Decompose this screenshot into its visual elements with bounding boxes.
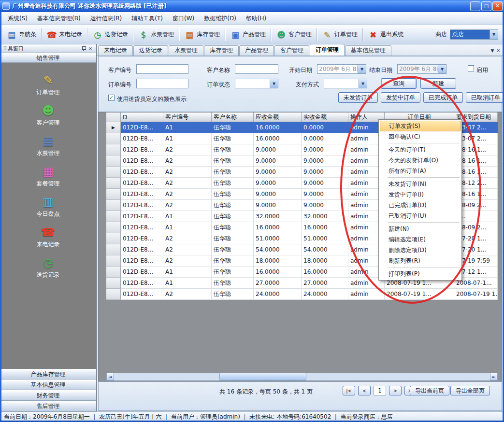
- toolbar-button-5[interactable]: ▦库存管理: [181, 28, 223, 42]
- toolbar-button-4[interactable]: $水票管理: [135, 28, 177, 42]
- next-page-button[interactable]: >: [389, 386, 402, 395]
- menu-item-2[interactable]: 基本信息管理(B): [32, 12, 86, 25]
- context-menu-item[interactable]: 今天的发货订单(O): [380, 155, 461, 166]
- toolbar-button-9[interactable]: ✖退出系统: [364, 28, 407, 42]
- deliverer-color-checkbox[interactable]: ✓: [108, 95, 115, 101]
- page-number-input[interactable]: [374, 386, 386, 395]
- tab-5[interactable]: 产品管理: [239, 45, 274, 56]
- row-selector[interactable]: [106, 144, 121, 155]
- column-header[interactable]: D: [121, 113, 163, 122]
- context-menu-item[interactable]: 所有的订单(A): [380, 166, 461, 176]
- tab-7[interactable]: 订单管理: [310, 44, 345, 56]
- row-selector[interactable]: [106, 167, 121, 178]
- sidebar-item-4[interactable]: ▦套餐管理: [0, 161, 96, 191]
- sidebar-group-3[interactable]: 财务管理: [0, 390, 96, 401]
- sidebar-group-sales[interactable]: 销售管理: [0, 53, 96, 63]
- context-menu-item[interactable]: 今天的订单(T): [380, 144, 461, 155]
- export-all-pages-button[interactable]: 导出全部页: [450, 386, 490, 395]
- toolbar-button-1[interactable]: ▤导航条: [3, 28, 40, 42]
- row-selector[interactable]: [106, 178, 121, 189]
- toolbar-button-6[interactable]: ▣产品管理: [227, 28, 269, 42]
- store-select[interactable]: 总店 ▼: [450, 29, 498, 40]
- row-selector[interactable]: [106, 155, 121, 167]
- menu-item-5[interactable]: 窗口(W): [168, 12, 199, 25]
- row-selector-header[interactable]: [106, 113, 121, 122]
- pin-button[interactable]: [80, 45, 87, 52]
- scrollbar-track[interactable]: [114, 373, 490, 380]
- row-selector[interactable]: [106, 255, 121, 267]
- end-date-picker[interactable]: 2009年 6月 8日 ▼: [397, 64, 446, 74]
- status-filter-button-2[interactable]: 发货中订单: [381, 92, 420, 103]
- context-menu-item[interactable]: 删除选定项(D): [380, 245, 461, 255]
- row-selector[interactable]: ▶: [106, 122, 121, 133]
- sidebar-item-5[interactable]: ▥今日盘点: [0, 191, 96, 222]
- sidebar-item-7[interactable]: ◷送货记录: [0, 252, 96, 282]
- order-status-select[interactable]: ▼: [235, 79, 278, 88]
- dropdown-arrow-icon[interactable]: ▼: [438, 65, 446, 73]
- export-current-page-button[interactable]: 导出当前页: [410, 386, 449, 395]
- sidebar-group-2[interactable]: 基本信息管理: [0, 380, 96, 390]
- minimize-button[interactable]: ─: [470, 1, 480, 11]
- context-menu-item[interactable]: 发货中订单(I): [380, 189, 461, 200]
- new-button[interactable]: 新建: [420, 78, 456, 89]
- column-header[interactable]: 客户名称: [212, 113, 254, 122]
- dropdown-arrow-icon[interactable]: ▼: [490, 30, 498, 39]
- close-button[interactable]: ✕: [492, 1, 503, 11]
- context-menu-item[interactable]: 未发货订单(N): [380, 179, 461, 189]
- row-selector[interactable]: [106, 278, 121, 289]
- row-selector[interactable]: [106, 267, 121, 278]
- tab-8[interactable]: 基本信息管理: [345, 45, 391, 56]
- context-menu-item[interactable]: 刷新列表(R): [380, 255, 461, 266]
- sidebar-item-2[interactable]: ☻客户管理: [0, 100, 96, 130]
- tab-2[interactable]: 送货记录: [133, 45, 168, 56]
- row-selector[interactable]: [106, 189, 121, 200]
- restore-button[interactable]: □: [481, 1, 491, 11]
- toolbar-button-8[interactable]: ✎订单管理: [318, 28, 361, 42]
- table-row[interactable]: 012D-E8...A2伍华聪24.000024.0000admin2008-0…: [106, 289, 498, 300]
- column-header[interactable]: 实收金额: [302, 113, 348, 122]
- row-selector[interactable]: [106, 211, 121, 222]
- scroll-right-icon[interactable]: ►: [490, 373, 498, 380]
- menu-item-1[interactable]: 系统(S): [3, 12, 32, 25]
- tab-6[interactable]: 客户管理: [274, 45, 309, 56]
- row-selector[interactable]: [106, 244, 121, 255]
- menu-item-7[interactable]: 帮助(H): [241, 12, 271, 25]
- tab-menu-icon[interactable]: ▼: [491, 48, 494, 53]
- context-menu-item[interactable]: 编辑选定项(E): [380, 234, 461, 245]
- dropdown-arrow-icon[interactable]: ▼: [358, 65, 366, 73]
- order-no-input[interactable]: [136, 79, 188, 88]
- pay-method-select[interactable]: ▼: [324, 79, 367, 88]
- toolbar-button-2[interactable]: ☎来电记录: [43, 28, 86, 42]
- toolbar-button-7[interactable]: ☻客户管理: [273, 28, 315, 42]
- menu-item-6[interactable]: 数据维护(D): [199, 12, 241, 25]
- status-filter-button-3[interactable]: 已完成订单: [423, 92, 463, 103]
- context-menu-item[interactable]: 已取消订单(U): [380, 211, 461, 221]
- tab-close-icon[interactable]: ✕: [496, 48, 500, 53]
- tab-1[interactable]: 来电记录: [98, 45, 133, 56]
- dropdown-arrow-icon[interactable]: ▼: [270, 79, 278, 88]
- enable-checkbox[interactable]: [468, 65, 474, 71]
- sidebar-group-4[interactable]: 售后管理: [0, 401, 96, 411]
- scroll-left-icon[interactable]: ◄: [106, 373, 114, 380]
- row-selector[interactable]: [106, 289, 121, 300]
- column-header[interactable]: 应收金额: [254, 113, 302, 122]
- tool-window-close-button[interactable]: ✕: [87, 45, 94, 52]
- toolbar-button-3[interactable]: ◷送货记录: [89, 28, 131, 42]
- status-filter-button-1[interactable]: 未发货订单: [338, 92, 378, 103]
- row-selector[interactable]: [106, 200, 121, 211]
- row-selector[interactable]: [106, 222, 121, 233]
- dropdown-arrow-icon[interactable]: ▼: [359, 79, 367, 88]
- sidebar-item-6[interactable]: ☎来电记录: [0, 222, 96, 252]
- context-menu-item[interactable]: 打印列表(P): [380, 268, 461, 279]
- row-selector[interactable]: [106, 233, 121, 244]
- tab-3[interactable]: 水票管理: [169, 45, 203, 56]
- customer-name-input[interactable]: [235, 64, 278, 74]
- horizontal-scrollbar[interactable]: ◄ ►: [106, 373, 498, 380]
- menu-item-3[interactable]: 运行信息(R): [86, 12, 127, 25]
- scrollbar-thumb[interactable]: [219, 373, 306, 380]
- context-menu-item[interactable]: 订单发货(S): [380, 121, 461, 131]
- status-filter-button-4[interactable]: 已取消订单: [466, 92, 504, 103]
- sidebar-group-1[interactable]: 产品库存管理: [0, 369, 96, 380]
- start-date-picker[interactable]: 2009年 6月 8日 ▼: [317, 64, 366, 74]
- prev-page-button[interactable]: <: [358, 386, 371, 395]
